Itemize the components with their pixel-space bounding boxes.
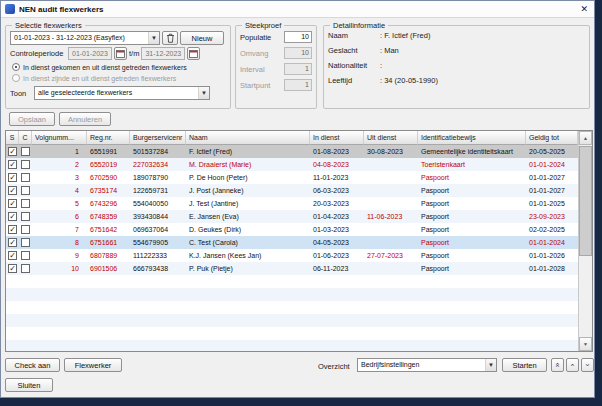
calendar-from-button[interactable] bbox=[114, 47, 127, 60]
empty-table-row bbox=[6, 301, 578, 314]
naam-label: Naam bbox=[328, 31, 380, 40]
cell-reg: 6901506 bbox=[87, 262, 130, 275]
cell-reg: 6702590 bbox=[87, 171, 130, 184]
cell-s: ✓ bbox=[6, 223, 19, 236]
header-geldig-tot[interactable]: Geldig tot bbox=[526, 131, 578, 145]
check-checkbox[interactable] bbox=[21, 238, 30, 247]
table-row[interactable]: ✓36702590189078790P. De Hoon (Peter)11-0… bbox=[6, 171, 578, 184]
header-s[interactable]: S bbox=[6, 131, 19, 145]
overzicht-label: Overzicht bbox=[318, 362, 350, 371]
table-row[interactable]: ✓106901506666793438P. Puk (Pietje)06-11-… bbox=[6, 262, 578, 275]
select-checkbox[interactable]: ✓ bbox=[8, 186, 17, 195]
populatie-field[interactable]: 10 bbox=[284, 31, 312, 43]
scroll-up-icon[interactable]: ▲ bbox=[579, 131, 592, 145]
starten-button[interactable]: Starten bbox=[502, 358, 547, 372]
header-burgerservicenr[interactable]: Burgerservicenr bbox=[130, 131, 186, 145]
table-row[interactable]: ✓86751661554679905C. Test (Carola)04-05-… bbox=[6, 236, 578, 249]
header-c[interactable]: C bbox=[19, 131, 32, 145]
startpunt-field[interactable]: 1 bbox=[284, 79, 312, 91]
cell-c bbox=[19, 145, 32, 158]
cell-naam: D. Geukes (Dirk) bbox=[186, 223, 310, 236]
nav-up-button[interactable]: ‹ bbox=[566, 358, 579, 372]
omvang-field[interactable]: 10 bbox=[284, 47, 312, 59]
flexwerker-button[interactable]: Flexwerker bbox=[64, 358, 122, 372]
table-row[interactable]: ✓26552019227032634M. Draaierst (Marie)04… bbox=[6, 158, 578, 171]
nav-down-button[interactable]: › bbox=[581, 358, 594, 372]
cell-c bbox=[19, 249, 32, 262]
radio-in-uit-dienst[interactable]: In dienst gekomen en uit dienst getreden… bbox=[12, 62, 226, 72]
check-checkbox[interactable] bbox=[21, 147, 30, 156]
toon-select[interactable]: alle geselecteerde flexwerkers ▼ bbox=[34, 86, 210, 100]
select-checkbox[interactable]: ✓ bbox=[8, 147, 17, 156]
interval-field[interactable]: 1 bbox=[284, 63, 312, 75]
cell-vol: 10 bbox=[32, 262, 87, 275]
calendar-to-button[interactable] bbox=[187, 47, 200, 60]
header-naam[interactable]: Naam bbox=[186, 131, 310, 145]
check-checkbox[interactable] bbox=[21, 212, 30, 221]
detail-groupbox: Detailinformatie Naam : F. Ictief (Fred)… bbox=[323, 21, 590, 109]
annuleren-button[interactable]: Annuleren bbox=[59, 112, 111, 126]
leeftijd-value: : 34 (20-05-1990) bbox=[380, 76, 438, 85]
header-uit-dienst[interactable]: Uit dienst bbox=[364, 131, 418, 145]
chevron-down-icon: ▼ bbox=[198, 87, 209, 99]
cell-reg: 6751661 bbox=[87, 236, 130, 249]
select-checkbox[interactable]: ✓ bbox=[8, 173, 17, 182]
select-checkbox[interactable]: ✓ bbox=[8, 251, 17, 260]
check-checkbox[interactable] bbox=[21, 199, 30, 208]
check-checkbox[interactable] bbox=[21, 225, 30, 234]
detail-legend: Detailinformatie bbox=[330, 21, 388, 30]
table-row[interactable]: ✓16551991501537284F. Ictief (Fred)01-08-… bbox=[6, 145, 578, 158]
select-checkbox[interactable]: ✓ bbox=[8, 264, 17, 273]
chevron-down-icon: ▼ bbox=[148, 32, 159, 44]
cell-geldig: 01-01-2025 bbox=[526, 197, 578, 210]
select-checkbox[interactable]: ✓ bbox=[8, 160, 17, 169]
radio-unselected-icon bbox=[12, 74, 20, 82]
select-checkbox[interactable]: ✓ bbox=[8, 212, 17, 221]
table-row[interactable]: ✓46735174122659731J. Post (Janneke)06-03… bbox=[6, 184, 578, 197]
check-aan-button[interactable]: Check aan bbox=[5, 358, 60, 372]
cell-geldig: 01-01-2027 bbox=[526, 171, 578, 184]
sluiten-button[interactable]: Sluiten bbox=[5, 378, 53, 392]
period-select[interactable]: 01-01-2023 - 31-12-2023 (Easyflex) ▼ bbox=[10, 31, 160, 45]
cell-geldig: 01-01-2028 bbox=[526, 262, 578, 275]
radio-in-dienst-zijnde[interactable]: In dienst zijnde en uit dienst getreden … bbox=[12, 73, 226, 83]
date-to-field[interactable]: 31-12-2023 bbox=[141, 47, 185, 60]
cell-s: ✓ bbox=[6, 262, 19, 275]
header-in-dienst[interactable]: In dienst bbox=[310, 131, 364, 145]
cell-uit bbox=[364, 158, 418, 171]
cell-in: 01-06-2023 bbox=[310, 249, 364, 262]
scroll-down-icon[interactable]: ▼ bbox=[579, 337, 592, 351]
table-row[interactable]: ✓76751642069637064D. Geukes (Dirk)01-03-… bbox=[6, 223, 578, 236]
header-identificatiebewijs[interactable]: Identificatiebewijs bbox=[418, 131, 526, 145]
header-volgnummer[interactable]: Volgnumm... bbox=[32, 131, 87, 145]
select-checkbox[interactable]: ✓ bbox=[8, 199, 17, 208]
cell-bsn: 069637064 bbox=[130, 223, 186, 236]
cell-reg: 6807889 bbox=[87, 249, 130, 262]
table-row[interactable]: ✓56743296554040050J. Test (Jantine)20-03… bbox=[6, 197, 578, 210]
check-checkbox[interactable] bbox=[21, 264, 30, 273]
delete-period-button[interactable] bbox=[162, 31, 178, 45]
check-checkbox[interactable] bbox=[21, 186, 30, 195]
cell-c bbox=[19, 197, 32, 210]
check-checkbox[interactable] bbox=[21, 160, 30, 169]
cell-naam: J. Test (Jantine) bbox=[186, 197, 310, 210]
cell-bsn: 554679905 bbox=[130, 236, 186, 249]
date-from-field[interactable]: 01-01-2023 bbox=[68, 47, 112, 60]
vertical-scrollbar[interactable]: ▲ ▼ bbox=[578, 131, 592, 351]
select-checkbox[interactable]: ✓ bbox=[8, 238, 17, 247]
opslaan-button[interactable]: Opslaan bbox=[9, 112, 55, 126]
table-row[interactable]: ✓66748359393430844E. Jansen (Eva)01-04-2… bbox=[6, 210, 578, 223]
overzicht-select[interactable]: Bedrijfsinstellingen ▼ bbox=[357, 358, 497, 372]
select-checkbox[interactable]: ✓ bbox=[8, 225, 17, 234]
check-checkbox[interactable] bbox=[21, 251, 30, 260]
close-icon[interactable]: ✕ bbox=[580, 5, 588, 14]
table-row[interactable]: ✓96807889111222333K.J. Jansen (Kees Jan)… bbox=[6, 249, 578, 262]
nieuw-button[interactable]: Nieuw bbox=[180, 31, 224, 45]
cell-geldig: 01-01-2024 bbox=[526, 236, 578, 249]
header-regnr[interactable]: Reg.nr. bbox=[87, 131, 130, 145]
cell-s: ✓ bbox=[6, 236, 19, 249]
check-checkbox[interactable] bbox=[21, 173, 30, 182]
cell-geldig: 01-01-2027 bbox=[526, 184, 578, 197]
scrollbar-thumb[interactable] bbox=[579, 146, 592, 256]
nav-first-button[interactable]: « bbox=[551, 358, 564, 372]
